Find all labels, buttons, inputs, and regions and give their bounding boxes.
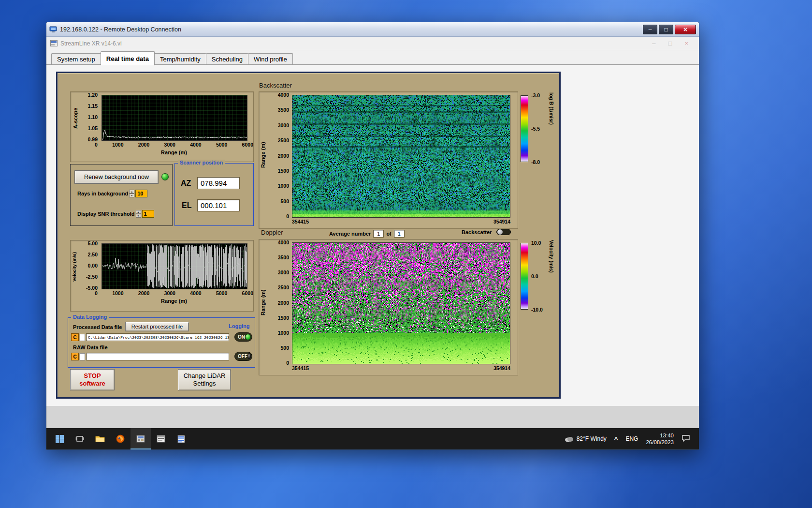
processed-logging-on-button[interactable]: ON (234, 332, 252, 342)
average-count-field[interactable]: 1 (394, 230, 405, 238)
backscatter-x-end: 354914 (493, 219, 510, 224)
tick-label: 1000 (112, 142, 123, 148)
rdp-maximize-button[interactable]: □ (659, 25, 673, 34)
tick-label: 5.00 (88, 240, 98, 246)
renew-background-button[interactable]: Renew background now (74, 170, 159, 184)
app-maximize-button[interactable]: □ (668, 40, 672, 47)
tick-label: 2000 (138, 142, 149, 148)
snr-value-field[interactable]: 1 (142, 210, 154, 218)
backscatter-colorbar: -3.0-5.5-8.0 log B (1/m/sr) (521, 92, 563, 170)
raw-data-file-label: RAW Data file (73, 344, 108, 350)
app-minimize-button[interactable]: – (652, 40, 655, 47)
doppler-yticks: 40003500300025002000150010005000 (269, 239, 289, 366)
el-value-field[interactable]: 000.101 (197, 199, 240, 211)
velocity-ylabel: Velocity (m/s) (72, 244, 77, 289)
tab-real-time-data[interactable]: Real time data (101, 51, 155, 65)
streamline-app-button[interactable] (130, 428, 151, 449)
scanner-position-title: Scanner position (178, 160, 225, 165)
app-title: StreamLine XR v14-6.vi (60, 40, 122, 47)
tick-label: 3500 (278, 107, 289, 113)
tick-label: 1000 (112, 290, 123, 296)
velocity-plot-canvas (102, 243, 247, 289)
tick-label: 1.05 (88, 125, 98, 131)
restart-processed-file-button[interactable]: Restart processed file (125, 322, 189, 331)
doppler-ylabel: Range (m) (260, 254, 266, 351)
tick-label: 3000 (278, 269, 289, 275)
on-label: ON (238, 334, 245, 340)
off-led (247, 353, 251, 359)
tick-label: 5000 (216, 142, 227, 148)
ascope-xlabel: Range (m) (102, 149, 246, 155)
az-value-field[interactable]: 078.994 (197, 177, 240, 189)
raw-file-page-icon (80, 353, 85, 360)
start-button[interactable] (49, 428, 70, 449)
tick-label: 2500 (278, 284, 289, 290)
tab-wind-profile[interactable]: Wind profile (248, 53, 293, 65)
velocity-yticks: 5.002.500.00-2.50-5.00 (80, 240, 98, 291)
renew-status-led (161, 173, 169, 180)
notification-center-button[interactable] (682, 434, 690, 443)
language-indicator[interactable]: ENG (625, 435, 638, 442)
scan-schedule-app-button[interactable] (151, 428, 171, 449)
tick-label: 4000 (278, 92, 289, 98)
raw-path-field[interactable] (86, 353, 229, 360)
average-number-field[interactable]: 1 (373, 230, 384, 238)
firefox-button[interactable] (110, 428, 130, 449)
tab-system-setup[interactable]: System setup (51, 53, 101, 65)
rdp-title: 192.168.0.122 - Remote Desktop Connectio… (60, 26, 181, 33)
tab-temp-humidity[interactable]: Temp/humidity (154, 53, 206, 65)
document-app-button[interactable] (171, 428, 191, 449)
backscatter-toggle-control: Backscatter (462, 229, 511, 235)
tick-label: 2500 (278, 137, 289, 143)
tick-label: 4000 (190, 142, 201, 148)
rays-value-field[interactable]: 10 (135, 190, 147, 197)
clock-date: 26/08/2023 (646, 439, 674, 446)
rdp-close-button[interactable]: × (675, 25, 696, 34)
rays-spinner[interactable]: ▲▼ (129, 190, 134, 197)
tick-label: 500 (280, 345, 289, 351)
app-titlebar[interactable]: StreamLine XR v14-6.vi – □ × (46, 37, 699, 50)
el-label: EL (182, 201, 191, 210)
background-group: Renew background now Rays in background … (70, 164, 173, 226)
tick-label: 2000 (278, 153, 289, 159)
rays-in-background-label: Rays in background (77, 191, 128, 196)
average-number-label: Average number (329, 231, 371, 237)
app-vi-icon (50, 40, 58, 46)
tick-label: 1000 (278, 330, 289, 336)
velocity-xlabel: Range (m) (102, 298, 246, 304)
processed-path-field[interactable]: C:\Lidar\Data\Proc\2023\202308\20230826\… (86, 333, 229, 341)
tick-label: -5.5 (531, 126, 540, 132)
tray-expand-chevron[interactable]: ^ (614, 435, 618, 443)
app-close-button[interactable]: × (684, 40, 688, 47)
tick-label: 0 (286, 360, 289, 366)
weather-text: 82°F Windy (577, 435, 607, 442)
tick-label: 0 (95, 142, 98, 148)
tick-label: 2.50 (88, 252, 98, 257)
rdp-minimize-button[interactable]: – (643, 25, 657, 34)
app-window-controls: – □ × (652, 40, 695, 47)
change-lidar-settings-button[interactable]: Change LiDAR Settings (178, 369, 231, 390)
logging-label: Logging (229, 323, 249, 329)
stop-line1: STOP (84, 372, 101, 379)
stop-software-button[interactable]: STOP software (70, 369, 115, 390)
processed-drive-button[interactable]: C (71, 333, 79, 341)
tick-label: 0.0 (531, 273, 543, 279)
ascope-yticks: 1.201.151.101.050.99 (81, 92, 98, 142)
task-view-button[interactable] (70, 428, 90, 449)
rdp-window-controls: – □ × (641, 25, 696, 34)
raw-logging-off-button[interactable]: OFF (234, 352, 252, 361)
weather-widget[interactable]: 82°F Windy (564, 435, 607, 442)
tab-scheduling[interactable]: Scheduling (206, 53, 248, 65)
az-label: AZ (181, 179, 191, 188)
clock[interactable]: 13:40 26/08/2023 (646, 432, 674, 446)
snr-spinner[interactable]: ▲▼ (136, 210, 141, 218)
rdp-window: 192.168.0.122 - Remote Desktop Connectio… (46, 22, 699, 450)
velocity-plot: Velocity (m/s) 5.002.500.00-2.50-5.00 01… (70, 240, 254, 312)
file-explorer-button[interactable] (90, 428, 110, 449)
tick-label: 3500 (278, 254, 289, 260)
raw-drive-button[interactable]: C (71, 353, 79, 360)
backscatter-toggle-switch[interactable] (496, 229, 511, 235)
ascope-ylabel: A-scope (72, 96, 78, 140)
rdp-titlebar[interactable]: 192.168.0.122 - Remote Desktop Connectio… (46, 22, 699, 37)
backscatter-heatmap-canvas (292, 95, 510, 218)
